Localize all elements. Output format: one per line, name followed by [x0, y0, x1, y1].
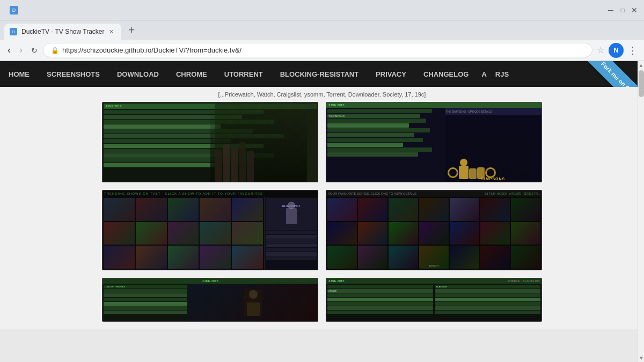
window-favicon: D: [10, 6, 18, 14]
screenshot-2[interactable]: JUNE 2016 THE SIMPSONS: [326, 102, 542, 182]
nav-blocking[interactable]: BLOCKING-RESISTANT: [272, 63, 367, 86]
page-content: HOME SCREENSHOTS DOWNLOAD CHROME UTORREN…: [0, 61, 644, 362]
close-button[interactable]: ✕: [630, 6, 639, 14]
scrollbar-down-arrow[interactable]: ▼: [638, 354, 644, 362]
nav-screenshots[interactable]: SCREENSHOTS: [38, 63, 108, 86]
profile-button[interactable]: N: [609, 43, 624, 58]
nav-privacy[interactable]: PRIVACY: [367, 63, 415, 86]
site-nav: HOME SCREENSHOTS DOWNLOAD CHROME UTORREN…: [0, 61, 644, 87]
bookmark-star-button[interactable]: ☆: [595, 43, 606, 57]
scrollbar[interactable]: ▲ ▼: [638, 61, 644, 362]
forward-button[interactable]: ›: [16, 42, 26, 58]
lock-icon: 🔒: [51, 47, 59, 54]
minimize-button[interactable]: ─: [606, 6, 615, 14]
nav-home[interactable]: HOME: [0, 63, 38, 86]
tab-title: DuckieTV - TV Show Tracker: [21, 28, 105, 35]
nav-download[interactable]: DOWNLOAD: [108, 63, 167, 86]
reload-button[interactable]: ↻: [28, 44, 41, 57]
url-text: https://schizoduckie.github.io/DuckieTV/…: [62, 46, 241, 54]
nav-rjs[interactable]: RJS: [491, 63, 513, 86]
nav-utorrent[interactable]: UTORRENT: [216, 63, 272, 86]
new-tab-button[interactable]: +: [123, 22, 141, 39]
address-bar[interactable]: 🔒 https://schizoduckie.github.io/DuckieT…: [43, 43, 592, 57]
tab-close-icon[interactable]: ✕: [109, 28, 114, 35]
back-button[interactable]: ‹: [4, 42, 14, 58]
screenshot-6[interactable]: JUNE 2016ZOMBIE · BLACKLIST ZOMBIE: [326, 278, 542, 322]
screenshot-4[interactable]: YOUR FAVOURITE SERIES, CLICK ONE TO VIEW…: [326, 190, 542, 270]
screenshot-1[interactable]: JUNE 2016: [102, 102, 318, 182]
maximize-button[interactable]: □: [618, 6, 627, 14]
screenshot-5[interactable]: JUNE 2016 LONE OF THRONES: [102, 278, 318, 322]
menu-button[interactable]: ⋮: [626, 42, 640, 58]
tab-favicon: D: [10, 28, 17, 35]
nav-changelog[interactable]: CHANGELOG: [415, 63, 478, 86]
nav-chrome[interactable]: CHROME: [167, 63, 216, 86]
fork-ribbon[interactable]: Fork me on GitHub: [580, 61, 644, 87]
nav-a[interactable]: A: [477, 63, 491, 86]
fork-ribbon-text: Fork me on GitHub: [600, 61, 642, 87]
active-tab[interactable]: D DuckieTV - TV Show Tracker ✕: [4, 24, 121, 40]
breadcrumb-text: [...Pricewatch, Watch, Craigslist, ysomm…: [0, 89, 644, 102]
screenshot-3[interactable]: TRENDING SHOWS ON TV&T - CLICK A SHOW TO…: [102, 190, 318, 270]
screenshots-grid: JUNE 2016: [5, 102, 639, 327]
